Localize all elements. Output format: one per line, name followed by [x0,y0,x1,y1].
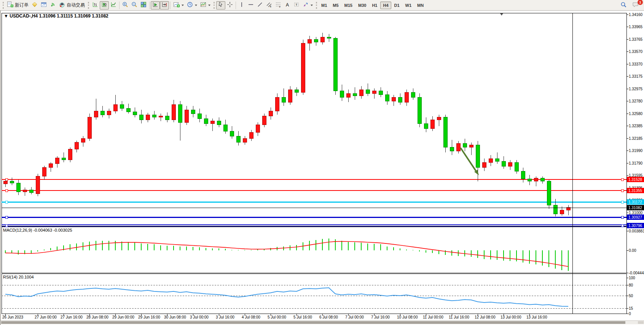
svg-text:A: A [286,2,289,8]
candle-body [133,112,137,115]
signals-button[interactable] [48,1,57,10]
candle-body [107,111,111,115]
toolbar-separator [119,2,120,9]
svg-text:1.31172: 1.31172 [628,200,642,204]
svg-text:1.33765: 1.33765 [629,37,643,42]
candle-body [372,91,376,94]
toolbar-separator [236,2,236,9]
svg-text:1.32780: 1.32780 [629,99,643,103]
templates-button[interactable] [199,1,212,10]
candle-body [55,158,59,164]
crosshair-tool-button[interactable] [225,1,234,10]
equidistant-channel-tool-button[interactable]: E [265,1,274,10]
trendline-tool-button[interactable] [255,1,265,10]
vertical-line-tool-button[interactable] [237,1,246,10]
candle-body [100,111,104,115]
date-label: 27 Jun 00:00 [35,315,57,319]
timeframe-MN[interactable]: MN [414,2,426,9]
main-toolbar: 新订单 自动交易 E F A T M1M5M15M30H1H4D1W1MN 1 [0,0,644,11]
candle-body [236,136,240,142]
bar-chart-mode-button[interactable] [91,1,100,10]
horizontal-line-icon [248,2,254,9]
crosshair-icon [227,2,233,9]
candle-body [411,92,415,97]
cursor-tool-button[interactable] [216,1,225,10]
horizontal-line-1.31355[interactable] [2,189,626,192]
zoom-in-button[interactable] [121,1,130,10]
line-chart-mode-button[interactable] [109,1,118,10]
timeframe-M30[interactable]: M30 [355,2,369,9]
timeframe-H4[interactable]: H4 [380,2,391,9]
svg-text:0.00: 0.00 [629,248,636,253]
candlesticks [3,33,570,216]
new-chart-button[interactable] [30,1,39,10]
cursor-icon [218,2,224,9]
candle-body [172,105,175,120]
auto-scroll-button[interactable] [151,1,160,10]
candle-body [249,132,253,138]
tile-windows-button[interactable] [139,1,148,10]
market-watch-button[interactable] [39,1,48,10]
timeframe-M1[interactable]: M1 [319,2,330,9]
candle-body [450,147,454,151]
candle-body [120,105,124,109]
timeframe-M5[interactable]: M5 [330,2,341,9]
indicators-button[interactable] [172,1,185,10]
candle-body [333,38,337,91]
chart-canvas[interactable]: 1.341601.339651.337651.335701.333701.331… [1,11,644,325]
svg-text:1.31528: 1.31528 [628,178,642,182]
text-label-tool-button[interactable]: T [292,1,301,10]
line-handle [5,224,8,227]
candle-body [256,125,260,133]
fibonacci-tool-button[interactable]: F [274,1,283,10]
autotrade-button[interactable]: 自动交易 [57,1,86,10]
chart-shift-icon [161,2,167,9]
candle-body [94,111,98,117]
new-order-button[interactable]: 新订单 [5,1,30,10]
timeframe-H1[interactable]: H1 [369,2,380,9]
timeframe-D1[interactable]: D1 [392,2,402,9]
horizontal-line-1.30796[interactable] [2,224,626,227]
chart-shift-button[interactable] [160,1,169,10]
zoom-out-button[interactable] [130,1,139,10]
arrows-tool-button[interactable] [301,1,314,10]
candle-body [217,121,221,125]
candle-body [424,123,428,128]
line-handle [5,178,8,181]
candle-body [230,131,234,136]
annotation-arrow[interactable] [461,148,476,171]
horizontal-line-1.31172[interactable] [2,201,626,203]
market-watch-icon [41,2,47,9]
trendline-icon [257,2,263,9]
auto-scroll-icon [152,2,158,9]
candle-body [113,105,117,111]
horizontal-line-1.31528[interactable] [2,178,626,181]
notifications-button[interactable]: 1 [631,1,641,10]
toolbar-separator [149,2,150,9]
candlestick-mode-button[interactable] [100,1,109,10]
axes: 1.341601.339651.337651.335701.333701.331… [2,13,644,320]
chart-shift-marker[interactable] [500,13,503,16]
search-button[interactable] [619,1,628,10]
periods-button[interactable] [185,1,199,10]
date-label: 13 Jul 00:00 [501,315,521,319]
svg-text:1.31000: 1.31000 [629,211,643,215]
scrollbar-thumb[interactable] [1,321,625,324]
template-icon [200,2,206,9]
svg-text:1.34160: 1.34160 [629,13,643,17]
candle-body [282,97,285,102]
candle-body [379,91,383,95]
horizontal-line-tool-button[interactable] [246,1,255,10]
candle-body [521,171,525,179]
timeframe-M15[interactable]: M15 [342,2,355,9]
horizontal-line-1.30927[interactable] [2,216,626,218]
toolbar-grip [88,2,89,9]
timeframe-W1[interactable]: W1 [403,2,414,9]
text-tool-button[interactable]: A [283,1,292,10]
line-handle [621,224,623,227]
svg-text:0: 0 [629,312,631,316]
svg-text:100: 100 [629,276,635,280]
autotrade-label: 自动交易 [67,2,85,8]
date-label: 13 Jul 16:00 [526,315,547,319]
svg-text:-0.004442: -0.004442 [629,271,644,275]
